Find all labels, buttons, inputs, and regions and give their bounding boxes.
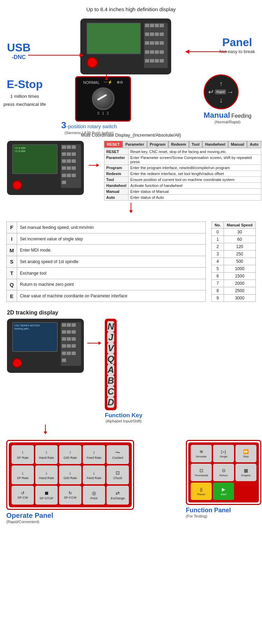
section-tracking: 2D tracking display CNC SERIES MOTION tr… [0, 305, 262, 437]
fn-key-single[interactable]: ▷| Single [213, 445, 234, 462]
fn-key-step[interactable]: ⏩ Step [235, 445, 256, 462]
func-key-Q[interactable]: Q [107, 354, 114, 364]
table-row: 2120 [212, 243, 256, 251]
arrow-usb [28, 48, 84, 66]
table-row: Q Ruturn to machine zero point [7, 279, 206, 290]
fn-key-graphic[interactable]: ▦ Graphic [235, 464, 256, 481]
table-row: F Set manual feeding speed, unit:mm/min [7, 222, 206, 233]
table-row: 61500 [212, 273, 256, 280]
coord-display-title: Multi Coordinate Display_(Increment/Abso… [7, 132, 255, 138]
tab-program[interactable]: Program [147, 141, 168, 148]
op-key-sp-stop[interactable]: ⏹ SP-STOP [35, 486, 58, 505]
op-key-g00-rate-down[interactable]: ↓ G00 Rate [59, 465, 81, 484]
svg-marker-1 [80, 53, 84, 57]
machine-image-tracking: CNC SERIES MOTION tracking path... [7, 319, 84, 373]
section-coordinate: Multi Coordinate Display_(Increment/Abso… [0, 127, 262, 219]
table-row: Parameter Enter Parameter screen/Screw C… [104, 155, 261, 165]
table-row: Tool Ensure position of current tool on … [104, 177, 261, 183]
key-table: F Set manual feeding speed, unit:mm/min … [6, 222, 206, 302]
rotary-caption: 3-position rotary switch (Siemens LA39 P… [54, 120, 124, 135]
tab-redeem[interactable]: Redeem [168, 141, 189, 148]
op-key-hand-rate-up[interactable]: ↑ Hand Rate [35, 445, 58, 464]
table-row: T Exchange tool [7, 267, 206, 279]
tracking-title: 2D tracking display [7, 310, 255, 316]
table-row: 030 [212, 229, 256, 236]
speed-table: No. Manual Speed 030 160 2120 3250 4500 … [211, 222, 256, 302]
table-row: 4500 [212, 258, 256, 265]
table-row: 72000 [212, 280, 256, 287]
func-tab-row: RESET Parameter Program Redeem Tool Hand… [104, 141, 261, 148]
svg-marker-5 [105, 79, 108, 80]
func-key-B[interactable]: B [107, 375, 114, 386]
tab-tool[interactable]: Tool [189, 141, 202, 148]
usb-label: USB -DNC [7, 41, 31, 60]
machine-image-top [80, 19, 171, 74]
tab-parameter[interactable]: Parameter [123, 141, 147, 148]
op-key-exchange[interactable]: ⇄ Exchange [107, 486, 129, 505]
rotary-switch-box: NORMAL 〰⚡ ⊕⊖ 012 [75, 76, 131, 122]
tab-handwheel[interactable]: Handwheel [202, 141, 228, 148]
func-key-D[interactable]: D [107, 397, 114, 408]
operate-panel-section: ↑ SP Rate ↑ Hand Rate ↑ G00 Rate ↑ Feed … [6, 440, 180, 524]
table-row: RESET Reset key, CNC reset, stop of the … [104, 149, 261, 155]
fn-key-thumbstall[interactable]: ⊡ Thumbstall [191, 464, 212, 481]
op-key-sp-cw[interactable]: ↺ SP-CW [12, 486, 34, 505]
table-row: Program Enter the program interface, new… [104, 165, 261, 171]
table-row: S Set analog speed of 1st spindle [7, 256, 206, 268]
op-key-chuck[interactable]: ⊡ Chuck [107, 465, 129, 484]
func-key-A[interactable]: A [107, 364, 114, 375]
op-key-hand-rate-down[interactable]: ↓ Hand Rate [35, 465, 58, 484]
op-key-g00-rate-up[interactable]: ↑ G00 Rate [59, 445, 81, 464]
table-row: Manual Enter status of Manual [104, 189, 261, 195]
tab-manual[interactable]: Manual [228, 141, 247, 148]
op-key-feed-rate-down[interactable]: ↓ Feed Rate [83, 465, 105, 484]
svg-marker-11 [99, 341, 101, 345]
svg-marker-7 [96, 164, 99, 167]
table-row: M Enter MDI mode, [7, 245, 206, 256]
op-key-sp-rate-up[interactable]: ↑ SP Rate [12, 445, 34, 464]
operate-panel-sub: (Rapid/Convenient) [6, 520, 180, 524]
op-key-feed-rate-up[interactable]: ↑ Feed Rate [83, 445, 105, 464]
section-top: Up to 8.4 inches high definition display… [0, 0, 262, 127]
func-key-title: Function Key [105, 412, 143, 419]
func-key-C[interactable]: C [107, 386, 114, 397]
section-key-table: F Set manual feeding speed, unit:mm/min … [0, 219, 262, 305]
table-row: Auto Enter status of Auto [104, 195, 261, 201]
function-key-section: N J V Q A B C D Function Key (Alphabet I… [105, 319, 143, 423]
function-key-grid: N J V Q A B C D [105, 319, 117, 410]
table-row: Handwheel Activate function of handwheel [104, 183, 261, 189]
fn-key-start[interactable]: ▶ Start [213, 483, 234, 500]
func-key-N[interactable]: N [107, 321, 114, 332]
operate-panel-grid: ↑ SP Rate ↑ Hand Rate ↑ G00 Rate ↑ Feed … [6, 440, 134, 510]
arrow-tracking [87, 340, 101, 347]
table-row: I Set increment value of single step [7, 233, 206, 245]
func-key-J[interactable]: J [107, 332, 114, 343]
operate-panel-title: Operate Panel [6, 512, 53, 519]
op-key-sp-rate-down[interactable]: ↓ SP Rate [12, 465, 34, 484]
op-key-sp-ccw[interactable]: ↻ SP-CCW [59, 486, 81, 505]
function-panel-title: Function Panel [186, 507, 231, 514]
arrow-to-operate [42, 425, 49, 434]
manual-feed-box: ↑ ↵ Rapid → ↓ Manual Feeding (Normal/Rap… [204, 74, 252, 124]
estop-sub: 1 million times press mechanical life [3, 92, 46, 109]
table-row: E Clear value of machine coordiante on P… [7, 290, 206, 302]
function-panel-grid: ≋ Simulate ▷| Single ⏩ Step ⊡ Thumbstall… [186, 440, 261, 505]
function-panel-section: ≋ Simulate ▷| Single ⏩ Step ⊡ Thumbstall… [186, 440, 256, 518]
fn-key-return[interactable]: ⊙ Return [213, 464, 234, 481]
bottom-row: ↑ SP Rate ↑ Hand Rate ↑ G00 Rate ↑ Feed … [0, 440, 262, 524]
svg-marker-3 [185, 50, 189, 54]
func-key-V[interactable]: V [107, 343, 114, 354]
arrow-coord [89, 162, 99, 169]
tab-auto[interactable]: Auto [247, 141, 261, 148]
table-row: Redeem Enter the redeem interface, set t… [104, 171, 261, 177]
fn-key-simulate[interactable]: ≋ Simulate [191, 445, 212, 462]
op-key-point[interactable]: ◎ Point [83, 486, 105, 505]
tab-reset[interactable]: RESET [104, 141, 123, 148]
function-panel-sub: (For Testing) [186, 514, 256, 518]
table-row: 51000 [212, 265, 256, 273]
table-row: 3250 [212, 251, 256, 258]
fn-key-pause[interactable]: || Pause [191, 483, 212, 500]
op-key-coolant[interactable]: 〜 Coolant [107, 445, 129, 464]
table-row: 160 [212, 236, 256, 243]
arrow-panel [185, 45, 227, 59]
